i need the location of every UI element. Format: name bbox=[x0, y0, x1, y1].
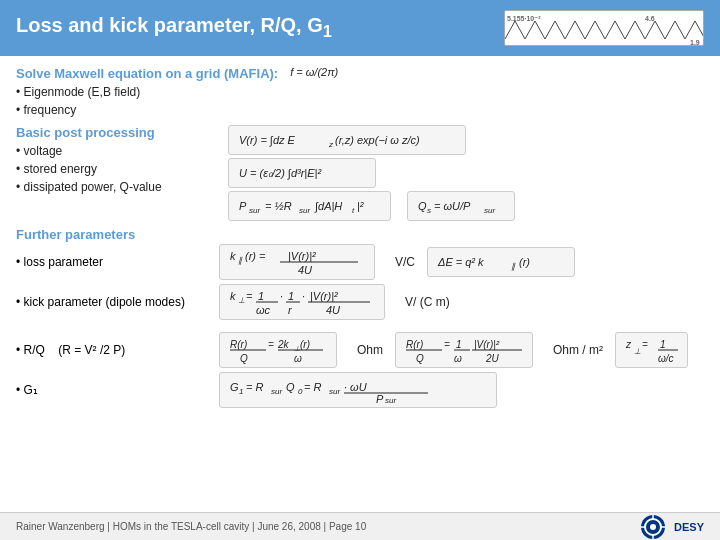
svg-text:∥: ∥ bbox=[238, 256, 243, 265]
header-graph: 5.155·10⁻² 4.6 1.9 bbox=[504, 10, 704, 46]
section-basic: Basic post processing • voltage • stored… bbox=[16, 125, 704, 221]
kick-unit: V/ (C m) bbox=[405, 295, 450, 309]
basic-title: Basic post processing bbox=[16, 125, 216, 140]
basic-text: Basic post processing • voltage • stored… bbox=[16, 125, 216, 221]
delta-e-svg: ΔE = q² k ∥ (r) bbox=[436, 251, 566, 273]
basic-items: • voltage • stored energy • dissipated p… bbox=[16, 142, 216, 196]
g1-formula: G 1 = R sur Q 0 = R sur · ωU P sur bbox=[219, 372, 497, 408]
rq-label: • R/Q (R = V² /2 P) bbox=[16, 343, 211, 357]
svg-text:|²: |² bbox=[357, 200, 364, 212]
section-solve: Solve Maxwell equation on a grid (MAFIA)… bbox=[16, 66, 704, 119]
rq-svg2: R(r) Q = 1 ω |V(r)|² 2U bbox=[404, 336, 524, 364]
svg-text:= ½R: = ½R bbox=[265, 200, 292, 212]
svg-text:4.6: 4.6 bbox=[645, 15, 655, 22]
svg-text:= R: = R bbox=[304, 381, 321, 393]
qvalue-formula-svg: Q s = ωU/P sur bbox=[416, 195, 506, 217]
main-content: Solve Maxwell equation on a grid (MAFIA)… bbox=[0, 56, 720, 518]
page-footer: Rainer Wanzenberg | HOMs in the TESLA-ce… bbox=[0, 512, 720, 540]
desy-text: DESY bbox=[674, 521, 704, 533]
power-formula-svg: P sur = ½R sur ∫dA|H t |² bbox=[237, 195, 382, 217]
footer-text: Rainer Wanzenberg | HOMs in the TESLA-ce… bbox=[16, 521, 366, 532]
svg-text:ωc: ωc bbox=[256, 304, 271, 316]
svg-text:sur: sur bbox=[329, 387, 340, 396]
svg-text:G: G bbox=[230, 381, 239, 393]
svg-text:V(r) = ∫dz  E: V(r) = ∫dz E bbox=[239, 134, 296, 147]
energy-formula-svg: U = (ε₀/2) ∫d³r|E|² bbox=[237, 162, 367, 184]
svg-text:∥: ∥ bbox=[511, 262, 516, 271]
kick-formula: k ⊥ = 1 ωc · 1 r · |V(r)|² 4U bbox=[219, 284, 385, 320]
svg-text:=: = bbox=[642, 339, 648, 350]
svg-text:R(r): R(r) bbox=[406, 339, 423, 350]
loss-row: • loss parameter k ∥ (r) = |V(r)|² 4U V/… bbox=[16, 244, 704, 280]
solve-text: Solve Maxwell equation on a grid (MAFIA)… bbox=[16, 66, 278, 119]
svg-text:1: 1 bbox=[456, 339, 462, 350]
rq-formula2: R(r) Q = 1 ω |V(r)|² 2U bbox=[395, 332, 533, 368]
svg-text:k: k bbox=[230, 290, 236, 302]
basic-formulas: V(r) = ∫dz E z (r,z) exp(−i ω z/c) U = (… bbox=[228, 125, 704, 221]
solve-title: Solve Maxwell equation on a grid (MAFIA)… bbox=[16, 66, 278, 81]
svg-text:5.155·10⁻²: 5.155·10⁻² bbox=[507, 15, 541, 22]
svg-point-80 bbox=[650, 524, 656, 530]
svg-text:sur: sur bbox=[484, 206, 495, 215]
basic-formula-1: V(r) = ∫dz E z (r,z) exp(−i ω z/c) bbox=[228, 125, 466, 155]
svg-text:t: t bbox=[352, 206, 355, 215]
svg-text:= ωU/P: = ωU/P bbox=[434, 200, 471, 212]
svg-text:ΔE = q²  k: ΔE = q² k bbox=[437, 256, 484, 268]
loss-formulas: k ∥ (r) = |V(r)|² 4U V/C ΔE = q² k ∥ (r) bbox=[219, 244, 704, 280]
svg-text:|V(r)|²: |V(r)|² bbox=[474, 339, 500, 350]
rq-formulas: R(r) Q = 2k ⊥ (r) ω Ohm R(r) Q = bbox=[219, 332, 704, 368]
svg-text:Q: Q bbox=[416, 353, 424, 364]
kick-formulas: k ⊥ = 1 ωc · 1 r · |V(r)|² 4U bbox=[219, 284, 704, 320]
desy-logo-icon bbox=[638, 514, 668, 540]
svg-text:ω: ω bbox=[454, 353, 462, 364]
svg-text:sur: sur bbox=[385, 396, 396, 404]
svg-text:2k: 2k bbox=[277, 339, 290, 350]
svg-text:⊥: ⊥ bbox=[634, 347, 641, 356]
svg-text:=: = bbox=[246, 290, 253, 302]
svg-text:r: r bbox=[288, 304, 293, 316]
svg-text:=: = bbox=[444, 339, 450, 350]
svg-text:(r): (r) bbox=[519, 256, 530, 268]
basic-formula-3: P sur = ½R sur ∫dA|H t |² bbox=[228, 191, 391, 221]
page-title: Loss and kick parameter, R/Q, G1 bbox=[16, 14, 332, 42]
svg-text:· ωU: · ωU bbox=[344, 381, 367, 393]
svg-text:1.9: 1.9 bbox=[690, 39, 700, 46]
rq-formula1: R(r) Q = 2k ⊥ (r) ω bbox=[219, 332, 337, 368]
svg-text:0: 0 bbox=[298, 387, 303, 396]
g1-formula-svg: G 1 = R sur Q 0 = R sur · ωU P sur bbox=[228, 376, 488, 404]
svg-text:ω/c: ω/c bbox=[658, 353, 674, 364]
svg-text:⊥: ⊥ bbox=[238, 296, 245, 305]
kick-row: • kick parameter (dipole modes) k ⊥ = 1 … bbox=[16, 284, 704, 320]
svg-text:4U: 4U bbox=[298, 264, 312, 276]
rq-svg1: R(r) Q = 2k ⊥ (r) ω bbox=[228, 336, 328, 364]
kick-label: • kick parameter (dipole modes) bbox=[16, 295, 211, 309]
svg-text:ω: ω bbox=[294, 353, 302, 364]
rq-unit2: Ohm / m² bbox=[553, 343, 603, 357]
svg-text:1: 1 bbox=[660, 339, 666, 350]
further-title: Further parameters bbox=[16, 227, 704, 242]
svg-text:k: k bbox=[230, 250, 236, 262]
svg-text:∫dA|H: ∫dA|H bbox=[314, 200, 342, 213]
svg-text:2U: 2U bbox=[485, 353, 500, 364]
svg-text:U = (ε₀/2) ∫d³r|E|²: U = (ε₀/2) ∫d³r|E|² bbox=[239, 167, 321, 180]
rq-unit1: Ohm bbox=[357, 343, 383, 357]
svg-text:·: · bbox=[302, 290, 305, 302]
svg-text:s: s bbox=[427, 206, 431, 215]
page-header: Loss and kick parameter, R/Q, G1 5.155·1… bbox=[0, 0, 720, 56]
svg-text:P: P bbox=[376, 393, 384, 404]
voltage-formula-svg: V(r) = ∫dz E z (r,z) exp(−i ω z/c) bbox=[237, 129, 457, 151]
rq-svg3: z ⊥ = 1 ω/c bbox=[624, 336, 679, 364]
svg-text:sur: sur bbox=[249, 206, 260, 215]
loss-formula-svg: k ∥ (r) = |V(r)|² 4U bbox=[228, 248, 366, 276]
svg-text:sur: sur bbox=[271, 387, 282, 396]
svg-text:(r) =: (r) = bbox=[245, 250, 266, 262]
solve-formulas: f = ω/(2π) bbox=[290, 66, 704, 119]
svg-text:1: 1 bbox=[288, 290, 294, 302]
loss-label: • loss parameter bbox=[16, 255, 211, 269]
svg-text:P: P bbox=[239, 200, 247, 212]
svg-text:Q: Q bbox=[418, 200, 427, 212]
svg-text:(r,z)  exp(−i ω z/c): (r,z) exp(−i ω z/c) bbox=[335, 134, 420, 146]
section-rq: • R/Q (R = V² /2 P) R(r) Q = 2k ⊥ (r) ω … bbox=[16, 332, 704, 368]
loss-unit: V/C bbox=[395, 255, 415, 269]
svg-text:1: 1 bbox=[258, 290, 264, 302]
